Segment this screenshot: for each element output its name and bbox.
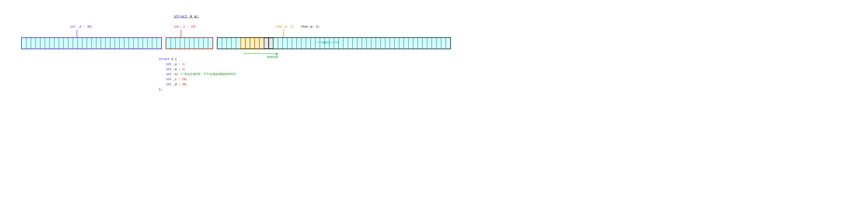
code-block: struct A { int _a : 2; int _b : 5; int :… bbox=[159, 57, 236, 92]
mem-cell bbox=[115, 38, 120, 49]
mem-cell bbox=[110, 38, 115, 49]
mem-cell bbox=[26, 38, 31, 49]
mem-cell bbox=[143, 38, 148, 49]
mem-cell bbox=[64, 38, 68, 49]
dash2 bbox=[247, 54, 249, 54]
struct-keyword: struct bbox=[174, 14, 187, 19]
mem-cell bbox=[22, 38, 26, 49]
mem-cell bbox=[133, 38, 138, 49]
mem-cell bbox=[436, 38, 441, 49]
mem-cell bbox=[273, 38, 278, 49]
annotation-chara-text: char_a: 2; bbox=[301, 25, 320, 29]
mem-cell bbox=[73, 38, 78, 49]
mem-cell bbox=[231, 38, 236, 49]
mem-cell bbox=[297, 38, 301, 49]
mem-cell bbox=[311, 38, 315, 49]
dash6 bbox=[259, 54, 262, 54]
mem-cell bbox=[348, 38, 352, 49]
mem-cell bbox=[171, 38, 176, 49]
mem-cell bbox=[362, 38, 367, 49]
mem-cell bbox=[427, 38, 432, 49]
mem-cell bbox=[124, 38, 129, 49]
annotation-charb: char_b: 5; bbox=[275, 25, 294, 29]
mem-cell bbox=[208, 38, 213, 49]
code-line-7: }; bbox=[159, 87, 236, 92]
mem-cell bbox=[50, 38, 54, 49]
mem-cell bbox=[185, 38, 189, 49]
mem-cell bbox=[180, 38, 185, 49]
legend-label: 一个绿框为一个位 bbox=[316, 41, 339, 44]
mem-cell bbox=[380, 38, 385, 49]
mem-cell bbox=[352, 38, 357, 49]
code-line-1: struct A { bbox=[159, 57, 236, 62]
mem-cell bbox=[423, 38, 427, 49]
mem-cell bbox=[343, 38, 348, 49]
mem-cell bbox=[399, 38, 404, 49]
dash4 bbox=[253, 54, 256, 54]
mem-cell bbox=[96, 38, 101, 49]
code-line-4: int :0; //无名位域为0，下个位域会强制内存对齐 bbox=[159, 72, 236, 77]
mem-cell bbox=[227, 38, 231, 49]
mem-cell bbox=[54, 38, 59, 49]
mem-cell bbox=[357, 38, 362, 49]
mem-cell bbox=[432, 38, 436, 49]
mem-cell bbox=[222, 38, 227, 49]
mem-cell bbox=[194, 38, 199, 49]
code-line-2: int _a : 2; bbox=[159, 62, 236, 67]
mem-cell bbox=[105, 38, 110, 49]
mem-cell bbox=[204, 38, 208, 49]
low-addr-text: 低地址端 bbox=[267, 56, 278, 59]
struct-variable: a; bbox=[194, 14, 199, 19]
mem-cell bbox=[87, 38, 92, 49]
mem-cell bbox=[404, 38, 408, 49]
dash10 bbox=[272, 54, 275, 54]
mem-cell bbox=[68, 38, 73, 49]
code-line-3: int _b : 5; bbox=[159, 67, 236, 72]
arrow-c bbox=[181, 30, 181, 38]
struct-name: A bbox=[190, 14, 194, 19]
mem-cell bbox=[31, 38, 36, 49]
legend-text: 一个绿框为一个位 bbox=[316, 41, 339, 44]
code-line-6: int _d : 30; bbox=[159, 82, 236, 87]
low-addr-label: 低地址端 bbox=[267, 55, 278, 59]
dash5 bbox=[256, 54, 259, 54]
mem-cell bbox=[189, 38, 194, 49]
mem-cell bbox=[269, 38, 273, 49]
dash8 bbox=[266, 54, 269, 54]
mem-cell bbox=[441, 38, 446, 49]
dash9 bbox=[269, 54, 272, 54]
group-c bbox=[166, 37, 213, 49]
mem-cell bbox=[385, 38, 390, 49]
annotation-charb-text: char_b: 5; bbox=[275, 25, 294, 29]
mem-cell bbox=[287, 38, 292, 49]
annotation-c-text: int _c : 10; bbox=[174, 25, 196, 29]
mem-cell bbox=[283, 38, 287, 49]
mem-cell bbox=[278, 38, 283, 49]
arrow-d bbox=[77, 30, 77, 38]
dash3 bbox=[250, 54, 252, 54]
mem-cell bbox=[101, 38, 105, 49]
mem-cell bbox=[199, 38, 204, 49]
mem-cell bbox=[45, 38, 50, 49]
mem-cell bbox=[418, 38, 423, 49]
mem-cell bbox=[371, 38, 376, 49]
mem-cell bbox=[82, 38, 87, 49]
mem-cell bbox=[92, 38, 96, 49]
mem-cell bbox=[255, 38, 259, 49]
mem-cell bbox=[376, 38, 380, 49]
mem-cell bbox=[250, 38, 255, 49]
mem-cell bbox=[301, 38, 306, 49]
annotation-d-text: int _d : 30; bbox=[70, 25, 93, 29]
mem-cell bbox=[395, 38, 399, 49]
memory-visual bbox=[21, 37, 451, 49]
dash1 bbox=[244, 54, 246, 54]
mem-cell bbox=[413, 38, 418, 49]
group-d bbox=[21, 37, 162, 49]
annotation-c: int _c : 10; bbox=[174, 25, 196, 29]
mem-cell bbox=[166, 38, 171, 49]
mem-cell bbox=[59, 38, 64, 49]
mem-cell bbox=[152, 38, 157, 49]
mem-cell bbox=[148, 38, 152, 49]
mem-cell bbox=[36, 38, 40, 49]
mem-cell bbox=[120, 38, 124, 49]
